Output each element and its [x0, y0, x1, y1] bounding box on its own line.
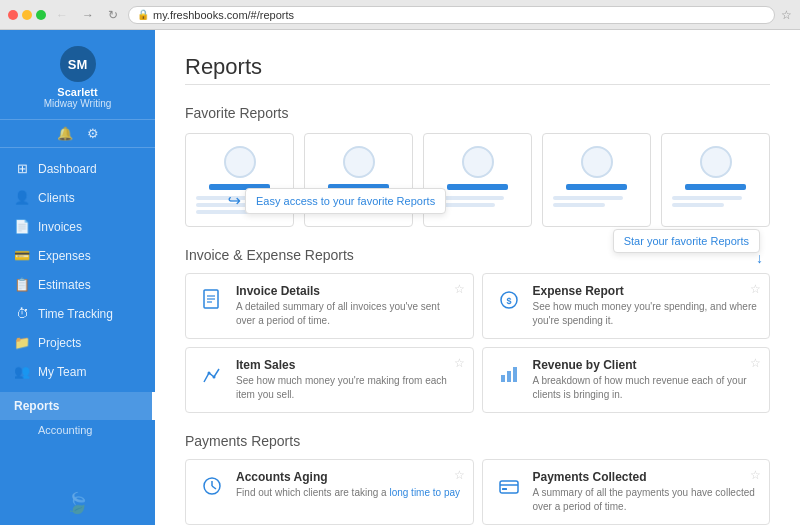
sidebar-item-clients[interactable]: 👤 Clients: [0, 183, 155, 212]
item-sales-star[interactable]: ☆: [454, 356, 465, 370]
fav-card-line-sm: [196, 210, 257, 214]
favorite-reports-section: Favorite Reports: [185, 105, 770, 227]
favorite-card-1[interactable]: [185, 133, 294, 227]
sidebar-item-my-team-label: My Team: [38, 365, 86, 379]
invoice-details-icon: [198, 286, 226, 314]
address-bar[interactable]: 🔒 my.freshbooks.com/#/reports: [128, 6, 775, 24]
fav-card-circle: [700, 146, 732, 178]
sidebar-item-time-tracking-label: Time Tracking: [38, 307, 113, 321]
payments-reports-section: Payments Reports Accounts Aging: [185, 433, 770, 525]
item-sales-title: Item Sales: [236, 358, 461, 372]
payments-reports-title: Payments Reports: [185, 433, 770, 449]
sidebar-item-expenses[interactable]: 💳 Expenses: [0, 241, 155, 270]
expense-report-title: Expense Report: [533, 284, 758, 298]
fav-card-line-blue: [566, 184, 627, 190]
svg-point-7: [213, 376, 216, 379]
my-team-icon: 👥: [14, 364, 30, 379]
item-sales-card[interactable]: Item Sales See how much money you're mak…: [185, 347, 474, 413]
fav-card-line-sm: [196, 203, 248, 207]
expenses-icon: 💳: [14, 248, 30, 263]
invoice-expense-grid: Invoice Details A detailed summary of al…: [185, 273, 770, 413]
close-window-button[interactable]: [8, 10, 18, 20]
item-sales-icon: [198, 360, 226, 388]
invoice-details-card[interactable]: Invoice Details A detailed summary of al…: [185, 273, 474, 339]
expense-report-desc: See how much money you're spending, and …: [533, 300, 758, 328]
browser-window-controls: [8, 10, 46, 20]
notifications-icon[interactable]: 🔔: [57, 126, 73, 141]
sidebar-leaf-decoration: 🍃: [0, 481, 155, 525]
favorite-card-2[interactable]: [304, 133, 413, 227]
svg-rect-9: [507, 371, 511, 382]
user-avatar: SM: [60, 46, 96, 82]
star-tooltip-arrow-icon: ↓: [756, 250, 763, 266]
star-tooltip: Star your favorite Reports ↓: [613, 229, 760, 253]
payments-collected-icon: [495, 472, 523, 500]
fav-card-line-sm: [672, 203, 724, 207]
accounts-aging-body: Accounts Aging Find out which clients ar…: [236, 470, 461, 500]
revenue-by-client-star[interactable]: ☆: [750, 356, 761, 370]
maximize-window-button[interactable]: [36, 10, 46, 20]
fav-card-line-sm: [196, 196, 266, 200]
fav-card-lines: [672, 196, 759, 207]
minimize-window-button[interactable]: [22, 10, 32, 20]
sidebar-item-accounting[interactable]: Accounting: [0, 420, 155, 440]
browser-action-icons: ☆: [781, 8, 792, 22]
sidebar-user-profile: SM Scarlett Midway Writing: [0, 30, 155, 120]
sidebar-item-accounting-label: Accounting: [38, 424, 92, 436]
svg-line-13: [212, 486, 216, 489]
reload-button[interactable]: ↻: [104, 6, 122, 24]
sidebar-item-projects[interactable]: 📁 Projects: [0, 328, 155, 357]
accounts-aging-card[interactable]: Accounts Aging Find out which clients ar…: [185, 459, 474, 525]
payments-collected-star[interactable]: ☆: [750, 468, 761, 482]
sidebar-item-projects-label: Projects: [38, 336, 81, 350]
main-content: Reports Favorite Reports: [155, 30, 800, 525]
expense-report-icon: $: [495, 286, 523, 314]
revenue-by-client-card[interactable]: Revenue by Client A breakdown of how muc…: [482, 347, 771, 413]
fav-card-line-sm: [553, 196, 623, 200]
svg-rect-16: [502, 488, 507, 490]
sidebar-item-reports[interactable]: Reports: [0, 392, 155, 420]
dashboard-icon: ⊞: [14, 161, 30, 176]
revenue-by-client-icon: [495, 360, 523, 388]
accounts-aging-icon: [198, 472, 226, 500]
sidebar-item-my-team[interactable]: 👥 My Team: [0, 357, 155, 386]
favorite-reports-title: Favorite Reports: [185, 105, 770, 121]
invoice-expense-section: Invoice & Expense Reports Star your favo…: [185, 247, 770, 413]
user-name: Scarlett: [57, 86, 97, 98]
back-button[interactable]: ←: [52, 6, 72, 24]
favorite-card-4[interactable]: [542, 133, 651, 227]
browser-chrome: ← → ↻ 🔒 my.freshbooks.com/#/reports ☆: [0, 0, 800, 30]
expense-report-card[interactable]: $ Expense Report See how much money you'…: [482, 273, 771, 339]
page-title-divider: [185, 84, 770, 85]
fav-card-circle: [462, 146, 494, 178]
invoice-details-star[interactable]: ☆: [454, 282, 465, 296]
payments-collected-body: Payments Collected A summary of all the …: [533, 470, 758, 514]
payments-reports-grid: Accounts Aging Find out which clients ar…: [185, 459, 770, 525]
item-sales-body: Item Sales See how much money you're mak…: [236, 358, 461, 402]
favorite-card-5[interactable]: [661, 133, 770, 227]
favorite-card-3[interactable]: [423, 133, 532, 227]
forward-button[interactable]: →: [78, 6, 98, 24]
accounts-aging-star[interactable]: ☆: [454, 468, 465, 482]
fav-card-circle: [581, 146, 613, 178]
sidebar-item-time-tracking[interactable]: ⏱ Time Tracking: [0, 299, 155, 328]
sidebar-item-invoices[interactable]: 📄 Invoices: [0, 212, 155, 241]
fav-card-lines: [315, 196, 402, 207]
accounts-aging-link[interactable]: long time to pay: [389, 487, 460, 498]
payments-collected-desc: A summary of all the payments you have c…: [533, 486, 758, 514]
expense-report-star[interactable]: ☆: [750, 282, 761, 296]
fav-card-line-blue: [685, 184, 746, 190]
favorite-report-cards: ↩ Easy access to your favorite Reports: [185, 133, 770, 227]
sidebar-item-dashboard[interactable]: ⊞ Dashboard: [0, 154, 155, 183]
payments-collected-card[interactable]: Payments Collected A summary of all the …: [482, 459, 771, 525]
svg-rect-14: [500, 481, 518, 493]
user-business: Midway Writing: [44, 98, 112, 109]
bookmark-icon[interactable]: ☆: [781, 8, 792, 22]
page-title: Reports: [185, 54, 770, 80]
invoices-icon: 📄: [14, 219, 30, 234]
fav-card-line-sm: [315, 203, 367, 207]
url-text: my.freshbooks.com/#/reports: [153, 9, 294, 21]
invoice-details-desc: A detailed summary of all invoices you'v…: [236, 300, 461, 328]
settings-icon[interactable]: ⚙: [87, 126, 99, 141]
sidebar-item-estimates[interactable]: 📋 Estimates: [0, 270, 155, 299]
